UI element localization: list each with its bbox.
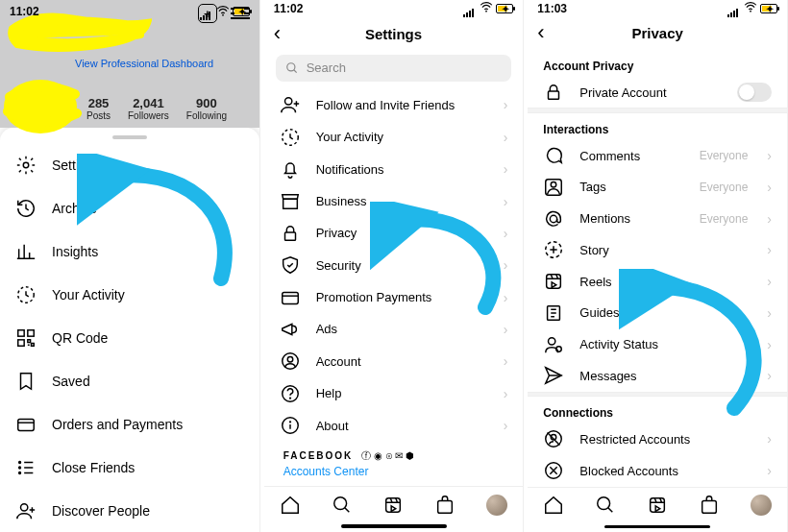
nav-shop-icon[interactable] [698,494,721,517]
svg-point-13 [286,62,294,70]
row-label: Account [316,354,488,369]
search-input[interactable]: Search [276,55,512,82]
bookmark-icon [15,371,37,392]
chevron-right-icon: › [504,97,508,112]
settings-ads[interactable]: Ads› [264,313,524,345]
menu-qr[interactable]: QR Code [0,316,259,359]
row-label: Tags [579,180,683,194]
shop-icon [280,191,301,212]
nav-search-icon[interactable] [331,494,354,517]
row-label: Privacy [316,226,488,240]
privacy-mentions[interactable]: MentionsEveryone› [528,203,787,234]
nav-reels-icon[interactable] [382,494,405,517]
settings-payments[interactable]: Promotion Payments› [264,281,524,313]
svg-rect-42 [702,500,717,513]
back-button[interactable]: ‹ [274,21,281,46]
redaction-scribble [0,73,86,140]
menu-close-friends[interactable]: Close Friends [0,446,259,489]
svg-rect-5 [28,329,34,335]
chevron-right-icon: › [504,226,508,241]
nav-search-icon[interactable] [594,494,617,517]
bottom-sheet: Settings Archive Insights Your Activity … [0,128,259,532]
account-icon [280,351,301,372]
nav-reels-icon[interactable] [646,494,669,517]
svg-point-23 [289,422,290,423]
row-label: Promotion Payments [316,290,488,304]
menu-saved[interactable]: Saved [0,359,259,402]
accounts-center-link[interactable]: Accounts Center [283,465,505,478]
privacy-activity-status[interactable]: Activity Status› [528,328,787,360]
menu-orders[interactable]: Orders and Payments [0,402,259,446]
settings-help[interactable]: Help› [264,377,524,409]
stat-posts[interactable]: 285Posts [86,96,111,121]
privacy-private-account[interactable]: Private Account [528,77,787,109]
settings-follow-invite[interactable]: Follow and Invite Friends› [264,89,524,121]
svg-point-9 [19,467,21,469]
settings-security[interactable]: Security› [264,250,524,281]
settings-account[interactable]: Account› [264,346,524,377]
menu-label: Saved [52,374,90,389]
toggle-switch[interactable] [737,83,772,102]
privacy-tags[interactable]: TagsEveryone› [528,172,787,204]
svg-point-40 [598,497,610,510]
row-label: About [316,419,488,433]
sheet-handle[interactable] [112,135,147,139]
privacy-comments[interactable]: CommentsEveryone› [528,140,787,172]
settings-business[interactable]: Business› [264,185,524,217]
privacy-blocked[interactable]: Blocked Accounts› [528,455,787,487]
nav-profile-avatar[interactable] [485,494,508,517]
megaphone-icon [280,319,301,340]
back-button[interactable]: ‹ [537,20,544,45]
svg-point-0 [222,13,224,15]
svg-rect-28 [549,91,559,99]
battery-icon: ✦ [496,4,513,13]
clock: 11:03 [537,2,567,15]
svg-point-10 [19,472,21,473]
row-label: Mentions [579,211,683,226]
menu-discover[interactable]: Discover People [0,489,259,532]
nav-home-icon[interactable] [279,494,302,517]
privacy-messages[interactable]: Messages› [528,360,787,392]
privacy-restricted[interactable]: Restricted Accounts› [528,423,787,455]
stat-followers[interactable]: 2,041Followers [128,96,169,121]
menu-archive[interactable]: Archive [0,186,259,230]
menu-insights[interactable]: Insights [0,230,259,273]
chevron-right-icon: › [767,431,772,447]
chevron-right-icon: › [504,257,508,273]
nav-home-icon[interactable] [542,494,565,517]
svg-point-31 [551,215,557,222]
info-icon [280,415,301,436]
chevron-right-icon: › [767,148,772,163]
battery-icon: ✦ [760,4,777,13]
row-label: Guides [579,305,751,320]
row-label: Restricted Accounts [579,432,751,447]
menu-label: Insights [52,244,98,259]
nav-profile-avatar[interactable] [750,494,773,517]
privacy-story[interactable]: Story› [528,234,787,266]
brand-icons: ⓕ ◉ ⊙ ✉ ⬢ [361,450,414,461]
svg-point-2 [23,162,29,168]
chevron-right-icon: › [504,386,508,401]
menu-activity[interactable]: Your Activity [0,273,259,316]
settings-privacy[interactable]: Privacy› [264,217,524,249]
svg-rect-7 [18,419,35,430]
nav-shop-icon[interactable] [433,494,456,517]
nav-header: ‹ Settings [264,17,524,51]
menu-label: Close Friends [52,460,135,475]
chevron-right-icon: › [767,337,772,352]
professional-dashboard-link[interactable]: View Professional Dashboard [75,58,213,69]
menu-settings[interactable]: Settings [0,143,259,186]
wifi-icon [480,1,493,15]
clock: 11:02 [274,2,304,15]
row-label: Messages [579,369,751,383]
stat-following[interactable]: 900Following [186,96,227,121]
privacy-reels[interactable]: Reels› [528,266,787,298]
restricted-icon [543,428,564,449]
privacy-guides[interactable]: Guides› [528,297,787,328]
settings-about[interactable]: About› [264,409,524,441]
adduser-icon [15,500,37,521]
chevron-right-icon: › [767,211,772,227]
settings-activity[interactable]: Your Activity› [264,121,524,153]
menu-label: Settings [52,157,101,173]
settings-notifications[interactable]: Notifications› [264,153,524,184]
